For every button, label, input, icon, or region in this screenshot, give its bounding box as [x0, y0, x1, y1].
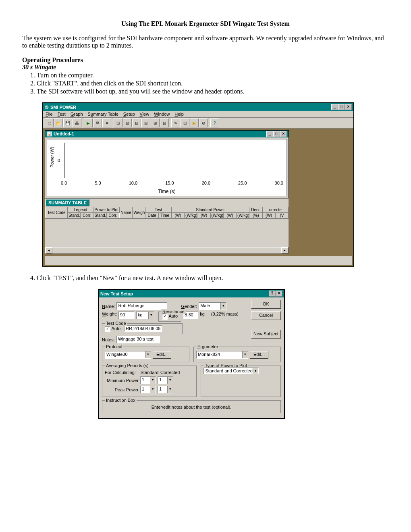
tool-icon[interactable]: ⊞ — [141, 118, 150, 127]
col-header[interactable]: (W) — [197, 213, 210, 218]
new-icon[interactable]: ▢ — [45, 118, 54, 127]
step-item: Click "START", and then click on the SDI… — [37, 80, 389, 87]
gender-label: Gender: — [181, 304, 197, 309]
col-header[interactable]: Date — [145, 213, 158, 218]
x-tick: 15.0 — [165, 181, 174, 185]
col-header[interactable]: (V — [275, 213, 288, 218]
child-title-bar[interactable]: 📊 Untitled-1 _ □ × — [45, 131, 289, 137]
testcode-input[interactable]: RR,2/18/04,08:09 — [124, 325, 162, 332]
close-button[interactable]: × — [276, 291, 282, 297]
protocol-select[interactable]: Wingate30 — [105, 351, 151, 359]
testcode-auto-checkbox[interactable]: ✓ — [105, 326, 110, 332]
col-group[interactable]: Legend — [68, 207, 93, 213]
peak-power-label: Peak Power — [105, 387, 139, 392]
min-corr-select[interactable]: 1 — [158, 376, 173, 384]
menu-summary-table[interactable]: Summary Table — [88, 112, 118, 116]
col-header[interactable]: (%) — [249, 213, 262, 218]
tool-icon[interactable]: ▶ — [190, 118, 199, 127]
col-header[interactable]: (W) — [262, 213, 275, 218]
col-header[interactable]: Name — [119, 207, 132, 218]
col-header[interactable]: Weight — [133, 207, 145, 218]
col-header[interactable]: (W/kg) — [237, 213, 249, 218]
tool-icon[interactable]: ⊡ — [123, 118, 132, 127]
minimize-button[interactable]: _ — [331, 104, 338, 110]
menu-file[interactable]: File — [46, 112, 53, 116]
menu-test[interactable]: Test — [58, 112, 66, 116]
tool-icon[interactable]: ⊟ — [132, 118, 141, 127]
scroll-left-icon[interactable]: ◂ — [46, 247, 52, 254]
tool-icon[interactable]: ⊞ — [151, 118, 160, 127]
scroll-right-icon[interactable]: ▸ — [281, 247, 288, 254]
peak-corr-select[interactable]: 1 — [158, 386, 173, 393]
power-type-select[interactable]: Standard and Corrected — [203, 368, 258, 374]
print-icon[interactable]: 🖶 — [73, 118, 81, 127]
ok-button[interactable]: OK — [251, 300, 281, 309]
col-header[interactable]: Corr. — [106, 213, 119, 218]
test-code-legend: Test Code — [105, 321, 127, 326]
auto-label: Auto — [169, 314, 178, 318]
weight-unit-select[interactable]: kg — [136, 312, 154, 319]
col-header[interactable]: Test Code — [46, 207, 68, 218]
tool-icon[interactable]: ✎ — [171, 118, 180, 127]
col-header[interactable]: Corr. — [81, 213, 93, 218]
minimize-button[interactable]: _ — [266, 131, 273, 137]
min-std-select[interactable]: 1 — [140, 376, 156, 384]
y-tick: 0 — [58, 158, 60, 163]
summary-grid[interactable]: Test Code Legend Power to Plot Name Weig… — [45, 207, 289, 218]
dialog-title: New Test Setup — [100, 291, 133, 296]
step-item: The SDI software will boot up, and you w… — [37, 88, 389, 95]
gender-select[interactable]: Male — [199, 302, 226, 310]
x-tick: 20.0 — [202, 181, 210, 185]
menu-graph[interactable]: Graph — [71, 112, 83, 116]
dialog-title-bar[interactable]: New Test Setup ? × — [99, 290, 284, 297]
weight-input[interactable]: 90 — [118, 312, 135, 319]
power-chart: Power (W) 0 0.0 5.0 10.0 15.0 20.0 25.0 … — [47, 139, 287, 196]
menu-bar: File Test Graph Summary Table Setup View… — [43, 111, 353, 118]
menu-setup[interactable]: Setup — [123, 112, 135, 116]
app-title: SMI POWER — [50, 105, 76, 110]
tool-icon[interactable]: ⊡ — [114, 118, 122, 127]
help-icon[interactable]: ? — [210, 118, 219, 127]
copy-icon[interactable]: ⧉ — [93, 118, 102, 127]
resistance-mass: (9.22% mass) — [211, 312, 239, 316]
play-icon[interactable]: ▶ — [84, 118, 93, 127]
tool-icon[interactable]: ⊡ — [181, 118, 189, 127]
menu-view[interactable]: View — [140, 112, 149, 116]
help-button[interactable]: ? — [269, 291, 276, 297]
col-header[interactable]: Stand. — [93, 213, 106, 218]
close-button[interactable]: × — [345, 104, 352, 110]
cancel-button[interactable]: Cancel — [251, 311, 281, 320]
save-icon[interactable]: 💾 — [63, 118, 72, 127]
maximize-button[interactable]: □ — [338, 104, 345, 110]
col-header[interactable]: Stand. — [68, 213, 81, 218]
tool-icon[interactable]: ⊡ — [160, 118, 169, 127]
name-input[interactable]: Rob Robergs — [116, 302, 167, 310]
col-header[interactable]: (W/kg) — [210, 213, 223, 218]
col-group[interactable]: orrecte — [262, 207, 288, 213]
col-header[interactable]: (W) — [171, 213, 184, 218]
close-button[interactable]: × — [280, 131, 287, 137]
delete-icon[interactable]: ✕ — [102, 118, 111, 127]
horizontal-scrollbar[interactable]: ◂ ▸ — [45, 247, 289, 254]
maximize-button[interactable]: □ — [273, 131, 280, 137]
menu-window[interactable]: Window — [154, 112, 170, 116]
col-group[interactable]: Standard Power — [171, 207, 249, 213]
col-header[interactable]: (W/kg) — [185, 213, 197, 218]
col-header[interactable]: Time — [158, 213, 171, 218]
col-header[interactable]: (W) — [223, 213, 236, 218]
resistance-auto-checkbox[interactable]: ✓ — [162, 314, 168, 320]
menu-help[interactable]: Help — [174, 112, 184, 116]
col-group[interactable]: Test — [145, 207, 171, 213]
for-calculating-label: For Calculating: — [105, 370, 139, 375]
protocol-edit-button[interactable]: Edit... — [153, 351, 171, 359]
col-group[interactable]: Decr. — [249, 207, 262, 213]
new-subject-button[interactable]: New Subject — [251, 330, 281, 339]
ergometer-select[interactable]: Monark824 — [196, 351, 248, 359]
ergometer-edit-button[interactable]: Edit... — [250, 351, 268, 359]
open-icon[interactable]: 📂 — [54, 118, 63, 127]
title-bar[interactable]: ◎ SMI POWER _ □ × — [43, 103, 353, 111]
col-group[interactable]: Power to Plot — [93, 207, 119, 213]
peak-std-select[interactable]: 1 — [140, 386, 156, 393]
tool-icon[interactable]: ⊝ — [199, 118, 208, 127]
notes-input[interactable]: Wingage 30 s test — [116, 336, 160, 343]
